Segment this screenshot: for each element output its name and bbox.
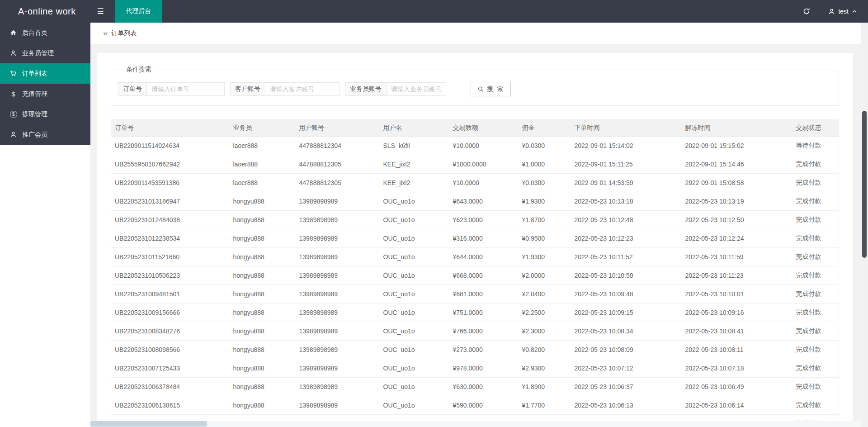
table-cell: 完成付款 (793, 396, 839, 415)
table-cell: 2022-05-23 10:12:23 (571, 229, 682, 248)
table-cell: 13989898989 (296, 211, 380, 229)
sidebar-item[interactable]: $提现管理 (0, 104, 90, 124)
table-cell: UB2205231007125433 (111, 359, 230, 378)
table-cell: UB2205231011521660 (111, 248, 230, 266)
table-row: UB2205231011521660hongyu88813989898989OU… (111, 248, 839, 266)
table-cell: 2022-05-23 10:08:34 (571, 322, 682, 341)
table-cell: UB2205231010506223 (111, 266, 230, 285)
table-cell: 2022-05-23 10:09:48 (571, 285, 682, 304)
table-cell: 2022-05-23 10:11:23 (682, 266, 793, 285)
table-cell: ¥630.0000 (449, 378, 519, 396)
vertical-scrollbar-thumb[interactable] (862, 111, 867, 258)
table-cell: KEE_jixl2 (380, 155, 449, 174)
user-name: test (838, 8, 849, 15)
table-cell: ¥751.0000 (449, 304, 519, 322)
table-cell: OUC_uo1o (380, 359, 449, 378)
table-header-cell: 佣金 (519, 120, 571, 137)
table-cell: UB2209011514024634 (111, 137, 230, 155)
table-cell: 完成付款 (793, 322, 839, 341)
sidebar-item-label: 后台首页 (22, 29, 47, 37)
table-cell: 完成付款 (793, 155, 839, 174)
user-icon (828, 8, 835, 15)
table-cell: 完成付款 (793, 248, 839, 266)
search-field-label: 业务员账号 (345, 82, 387, 96)
home-icon (9, 29, 18, 36)
sidebar-item-label: 提现管理 (22, 110, 47, 119)
table-cell: ¥0.8200 (519, 341, 571, 359)
content-card: 条件搜索 订单号客户账号业务员账号 搜 索 (97, 53, 853, 427)
withdraw-icon: $ (9, 111, 18, 118)
search-field-label: 客户账号 (230, 82, 265, 96)
table-cell: 2022-09-01 15:14:02 (571, 137, 682, 155)
table-cell: ¥0.0300 (519, 137, 571, 155)
tab-label: 代理后台 (126, 7, 151, 15)
table-cell: 2022-05-23 10:13:19 (682, 192, 793, 211)
table-cell: 2022-05-23 10:07:18 (682, 359, 793, 378)
app-logo: A-online work (0, 0, 90, 23)
search-icon (477, 86, 484, 92)
search-field-group: 客户账号 (230, 82, 340, 96)
table-cell: ¥623.0000 (449, 211, 519, 229)
table-cell: ¥316.0000 (449, 229, 519, 248)
table-cell: OUC_uo1o (380, 192, 449, 211)
table-cell: ¥10.0000 (449, 174, 519, 192)
table-cell: 完成付款 (793, 211, 839, 229)
table-cell: OUC_uo1o (380, 304, 449, 322)
table-row: UB2205231012238534hongyu88813989898989OU… (111, 229, 839, 248)
user-menu[interactable]: test (819, 0, 868, 23)
salesman-account-input[interactable] (387, 82, 446, 96)
menu-toggle-button[interactable]: ☰ (91, 0, 109, 23)
breadcrumb: » 订单列表 (90, 23, 861, 44)
sidebar-item[interactable]: 业务员管理 (0, 43, 90, 63)
table-row: UB2205231012484038hongyu88813989898989OU… (111, 211, 839, 229)
table-cell: 13989898989 (296, 322, 380, 341)
table-cell: 2022-09-01 14:53:59 (571, 174, 682, 192)
table-cell: UB2205231012238534 (111, 229, 230, 248)
table-cell: UB2205231009156666 (111, 304, 230, 322)
table-row: UB2205231008348276hongyu88813989898989OU… (111, 322, 839, 341)
scrollbar-corner (861, 421, 868, 427)
table-header-cell: 解冻时间 (682, 120, 793, 137)
table-cell: UB2209011453591386 (111, 174, 230, 192)
refresh-button[interactable] (794, 0, 819, 23)
order-no-input[interactable] (147, 82, 225, 96)
table-cell: hongyu888 (230, 248, 296, 266)
table-cell: 完成付款 (793, 192, 839, 211)
member-icon (9, 131, 18, 138)
horizontal-scrollbar-thumb[interactable] (90, 421, 207, 427)
table-cell: hongyu888 (230, 192, 296, 211)
sidebar-item[interactable]: 推广会员 (0, 124, 90, 145)
table-cell: UB2205231012484038 (111, 211, 230, 229)
table-cell: 13989898989 (296, 304, 380, 322)
search-button-label: 搜 索 (487, 85, 504, 93)
sidebar-item[interactable]: 订单列表 (0, 63, 90, 84)
horizontal-scrollbar[interactable] (90, 421, 861, 427)
table-cell: 2022-05-23 10:12:24 (682, 229, 793, 248)
table-cell: ¥1.0000 (519, 155, 571, 174)
hamburger-icon: ☰ (97, 7, 104, 16)
tab-agent-admin[interactable]: 代理后台 (115, 0, 162, 23)
table-cell: ¥590.0000 (449, 396, 519, 415)
caret-up-icon (852, 9, 857, 13)
table-cell: 2022-05-23 10:10:01 (682, 285, 793, 304)
table-cell: hongyu888 (230, 322, 296, 341)
header-actions: test (794, 0, 868, 23)
vertical-scrollbar[interactable] (861, 23, 868, 421)
table-cell: 13989898989 (296, 192, 380, 211)
customer-account-input[interactable] (265, 82, 340, 96)
table-cell: 13989898989 (296, 266, 380, 285)
table-cell: ¥0.9500 (519, 229, 571, 248)
table-cell: ¥1.9300 (519, 248, 571, 266)
sidebar-item[interactable]: $充值管理 (0, 84, 90, 104)
table-cell: SLS_k6fil (380, 137, 449, 155)
sidebar-item[interactable]: 后台首页 (0, 23, 90, 43)
table-cell: 2022-05-23 10:08:11 (682, 341, 793, 359)
search-legend: 条件搜索 (122, 66, 156, 74)
table-cell: ¥681.0000 (449, 285, 519, 304)
table-cell: 2022-05-23 10:08:09 (571, 341, 682, 359)
search-button[interactable]: 搜 索 (471, 82, 511, 96)
table-cell: 447888812305 (296, 155, 380, 174)
search-form-row: 订单号客户账号业务员账号 搜 索 (118, 82, 832, 96)
table-cell: ¥1.8900 (519, 378, 571, 396)
table-cell: 2022-05-23 10:12:48 (571, 211, 682, 229)
